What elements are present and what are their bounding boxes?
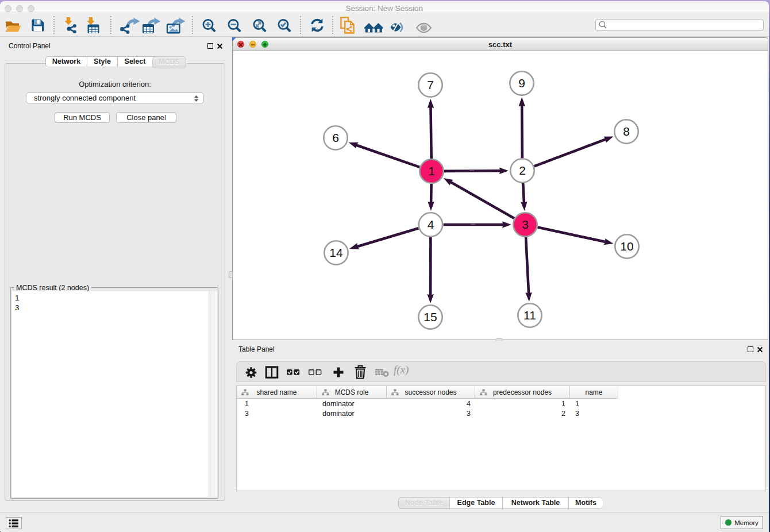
svg-text:3: 3 <box>522 218 529 231</box>
svg-text:9: 9 <box>518 76 525 90</box>
svg-text:11: 11 <box>523 309 536 322</box>
svg-text:6: 6 <box>332 131 339 144</box>
svg-text:4: 4 <box>428 218 434 231</box>
svg-text:14: 14 <box>329 246 343 259</box>
svg-text:1: 1 <box>428 164 435 178</box>
svg-text:2: 2 <box>519 164 526 177</box>
svg-text:8: 8 <box>623 125 630 138</box>
svg-text:15: 15 <box>424 310 437 323</box>
svg-text:10: 10 <box>620 240 633 253</box>
svg-text:7: 7 <box>427 78 434 91</box>
